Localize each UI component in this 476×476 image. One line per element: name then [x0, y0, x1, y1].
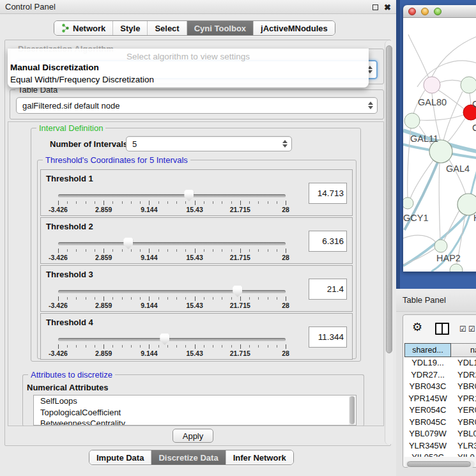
threshold-4-label: Threshold 4 [46, 318, 93, 327]
bottom-tab-bar: Impute Data Discretize Data Infer Networ… [89, 450, 294, 465]
minimize-traffic-light-icon[interactable] [421, 8, 429, 15]
node-label-hap2: HAP2 [436, 253, 461, 263]
control-panel-title: Control Panel [5, 2, 56, 12]
threshold-3-slider[interactable] [58, 290, 286, 293]
table-row[interactable]: YDL19...YDL1 [404, 357, 476, 369]
apply-button[interactable]: Apply [173, 429, 213, 443]
node-gcy1[interactable] [403, 197, 413, 209]
horizontal-scrollbar[interactable] [406, 461, 475, 468]
tab-impute-data[interactable]: Impute Data [89, 450, 151, 464]
threshold-1-label: Threshold 1 [46, 174, 93, 183]
top-tab-bar: Network Style Select Cyni Toolbox jActiv… [54, 20, 335, 36]
network-icon [61, 24, 70, 33]
slider-ruler [58, 249, 286, 253]
menu-item-manual-discretization[interactable]: Manual Discretization [10, 63, 99, 72]
tab-network[interactable]: Network [54, 21, 113, 35]
algorithm-dropdown-popup: Select algorithm to view settings Manual… [8, 49, 369, 88]
table-data-combobox[interactable]: galFiltered.sif default node [16, 97, 378, 114]
threshold-1-slider[interactable] [58, 194, 286, 197]
node-gal11[interactable] [404, 113, 420, 128]
slider-tick-labels: -3.426 2.859 9.144 15.43 21.715 28 [58, 206, 286, 213]
num-intervals-combobox[interactable]: 5 [126, 136, 292, 151]
table-header-row: shared... na [404, 343, 476, 357]
slider-tick-labels: -3.426 2.859 9.144 15.43 21.715 28 [58, 349, 286, 357]
table-toolbar: ⚙ ☑ ☑ [403, 315, 476, 343]
threshold-3-box: Threshold 3 -3.426 2.859 9.144 15.43 21.… [40, 265, 353, 312]
threshold-2-slider[interactable] [58, 242, 286, 245]
float-window-icon[interactable] [372, 4, 378, 10]
list-item-betweennesscentrality[interactable]: BetweennessCentrality [34, 418, 356, 426]
threshold-2-slider-thumb[interactable] [123, 238, 133, 249]
threshold-3-slider-thumb[interactable] [233, 286, 242, 297]
tab-infer-network[interactable]: Infer Network [226, 450, 293, 464]
slider-ruler [58, 344, 286, 349]
node-right-large[interactable] [457, 194, 476, 215]
node-green-top-right[interactable] [461, 77, 476, 93]
gear-icon[interactable]: ⚙ [412, 321, 422, 333]
slider-ruler [58, 201, 286, 205]
checkbox-icon[interactable]: ☑ [468, 325, 475, 333]
threshold-3-label: Threshold 3 [46, 270, 93, 279]
table-row[interactable]: YLR345WYLR3 [404, 440, 476, 452]
node-label-gcy1: GCY1 [403, 213, 429, 223]
node-label-gal4: GAL4 [446, 164, 470, 174]
num-intervals-value: 5 [132, 139, 137, 149]
table-panel-container: ⚙ ☑ ☑ shared... na YDL19...YDL1 YDR27...… [403, 314, 476, 468]
checkbox-icon[interactable]: ☑ [459, 325, 466, 333]
table-row[interactable]: YER054CYER0 [404, 404, 476, 417]
slider-ruler [58, 296, 286, 301]
horizontal-scrollbar-thumb[interactable] [407, 461, 471, 467]
slider-tick-labels: -3.426 2.859 9.144 15.43 21.715 28 [58, 254, 286, 261]
zoom-traffic-light-icon[interactable] [434, 8, 441, 15]
threshold-1-slider-thumb[interactable] [184, 190, 194, 201]
list-item-topologicalcoefficient[interactable]: TopologicalCoefficient [34, 407, 356, 418]
threshold-1-value-field[interactable]: 14.713 [309, 183, 347, 204]
list-scrollbar-thumb[interactable] [349, 396, 355, 424]
threshold-2-label: Threshold 2 [46, 222, 93, 231]
network-graph: GAL80 GA C GAL11 GAL4 GCY1 H HAP2 [403, 18, 476, 272]
node-hap2[interactable] [434, 240, 447, 252]
close-icon[interactable]: ✖ [384, 3, 391, 12]
vertical-scrollbar-thumb[interactable] [386, 45, 392, 353]
thresholds-group-title: Threshold's Coordinates for 5 Intervals [43, 155, 190, 165]
tab-style[interactable]: Style [113, 21, 148, 35]
right-panel: GAL80 GA C GAL11 GAL4 GCY1 H HAP2 Table … [396, 0, 476, 476]
column-header-shared-name[interactable]: shared... [404, 343, 451, 357]
network-window: GAL80 GA C GAL11 GAL4 GCY1 H HAP2 [403, 5, 476, 272]
tab-discretize-data[interactable]: Discretize Data [151, 450, 226, 464]
threshold-4-value-field[interactable]: 11.344 [309, 326, 347, 348]
menu-item-equal-width-frequency[interactable]: Equal Width/Frequency Discretization [10, 75, 154, 84]
table-row[interactable]: YBR043CYBR0 [404, 381, 476, 393]
threshold-3-value-field[interactable]: 21.4 [309, 279, 347, 300]
slider-tick-labels: -3.426 2.859 9.144 15.43 21.715 28 [58, 302, 286, 309]
table-row[interactable]: YPR145WYPR1 [404, 393, 476, 405]
tab-select[interactable]: Select [148, 21, 187, 35]
threshold-4-slider-thumb[interactable] [160, 334, 169, 345]
threshold-4-slider[interactable] [58, 338, 286, 341]
threshold-2-value-field[interactable]: 6.316 [309, 231, 347, 252]
close-traffic-light-icon[interactable] [408, 8, 416, 15]
table-row[interactable]: YBL079WYBL0 [404, 428, 476, 440]
numerical-attributes-list: SelfLoops TopologicalCoefficient Between… [33, 395, 357, 426]
combo-stepper-icon [368, 102, 373, 109]
table-row[interactable]: YDR27...YDR2 [404, 369, 476, 381]
list-scrollbar[interactable] [349, 396, 355, 426]
combo-stepper-icon [282, 140, 288, 148]
app-root: Control Panel ✖ Network Style Select Cyn [0, 0, 476, 476]
table-panel-header: Table Panel [396, 289, 476, 312]
tab-jactivemnodules[interactable]: jActiveMNodules [254, 21, 335, 35]
network-canvas[interactable]: GAL80 GA C GAL11 GAL4 GCY1 H HAP2 [403, 18, 476, 272]
node-bottom-clipped[interactable] [450, 264, 463, 272]
split-columns-icon[interactable] [435, 323, 449, 335]
node-label-clipped-h: H [473, 213, 476, 223]
list-item-selfloops[interactable]: SelfLoops [34, 395, 356, 407]
tab-cyni-toolbox[interactable]: Cyni Toolbox [187, 21, 254, 35]
vertical-scrollbar[interactable] [385, 40, 393, 445]
table-row[interactable]: YBR045CYBR0 [404, 417, 476, 429]
node-gal80[interactable] [424, 77, 440, 93]
table-row[interactable]: YIL052CYIL0 [404, 452, 476, 457]
numerical-attributes-label: Numerical Attributes [27, 383, 108, 392]
column-header-name[interactable]: na [451, 343, 476, 357]
table-data-value: galFiltered.sif default node [22, 101, 119, 111]
node-label-clipped-g: GA [472, 99, 476, 109]
